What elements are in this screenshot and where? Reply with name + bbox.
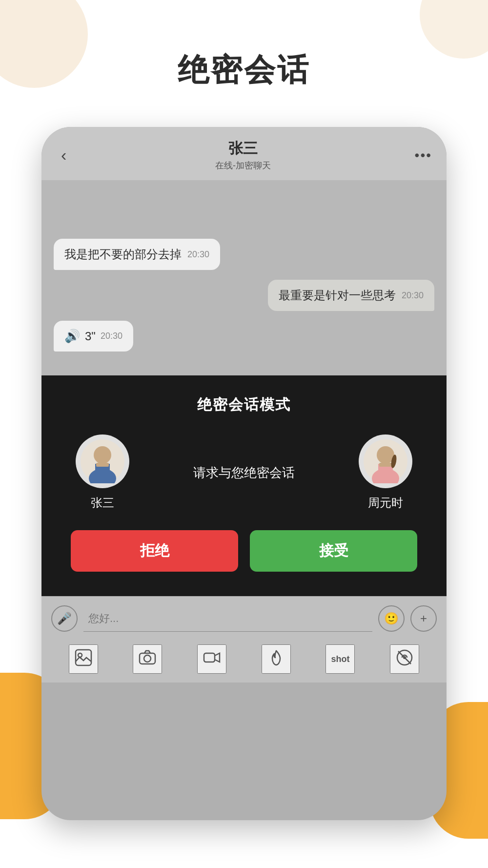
emoji-icon: 🙂: [384, 612, 399, 625]
svg-line-18: [398, 651, 411, 664]
message-2: 最重要是针对一些思考 20:30: [54, 280, 434, 311]
chat-header: ‹ 张三 在线-加密聊天 •••: [41, 127, 447, 180]
gallery-icon: [75, 649, 92, 670]
contact-status: 在线-加密聊天: [71, 160, 414, 171]
plus-icon: +: [420, 612, 427, 625]
message-3: 🔊 3" 20:30: [54, 321, 434, 351]
voice-duration: 3": [85, 330, 96, 343]
chat-spacer: [54, 190, 434, 229]
message-1: 我是把不要的部分去掉 20:30: [54, 239, 434, 270]
chat-input[interactable]: [83, 605, 372, 632]
receiver-avatar: [359, 434, 412, 488]
emoji-button[interactable]: 🙂: [378, 605, 405, 632]
svg-point-14: [144, 655, 151, 662]
svg-rect-4: [96, 463, 109, 467]
fire-icon: [267, 649, 285, 670]
shot-button[interactable]: shot: [325, 644, 355, 674]
back-button[interactable]: ‹: [56, 143, 71, 167]
svg-point-12: [78, 653, 82, 657]
chat-area: 我是把不要的部分去掉 20:30 最重要是针对一些思考 20:30 🔊 3" 2…: [41, 180, 447, 375]
sender-avatar: [76, 434, 129, 488]
microphone-icon: 🎤: [57, 612, 72, 625]
receiver-name: 周元时: [368, 495, 403, 511]
contact-name: 张三: [71, 139, 414, 159]
message-time: 20:30: [402, 290, 424, 301]
video-icon: [203, 649, 221, 670]
female-avatar-svg: [364, 439, 407, 483]
gallery-button[interactable]: [69, 644, 98, 674]
input-row: 🎤 🙂 +: [51, 605, 437, 632]
svg-rect-15: [204, 653, 215, 662]
male-avatar-svg: [81, 439, 124, 483]
receiver-section: 周元时: [359, 434, 412, 511]
input-area: 🎤 🙂 +: [41, 596, 447, 682]
mute-button[interactable]: [390, 644, 419, 674]
mute-icon: [396, 649, 413, 670]
sender-section: 张三: [76, 434, 129, 511]
video-button[interactable]: [197, 644, 226, 674]
phone-mockup: ‹ 张三 在线-加密聊天 ••• 我是把不要的部分去掉 20:30 最重要是针对…: [41, 127, 447, 820]
contact-info: 张三 在线-加密聊天: [71, 139, 414, 171]
secret-chat-modal: 绝密会话模式 张三 请求与您绝密会话: [41, 375, 447, 596]
page-title: 绝密会话: [0, 0, 488, 91]
modal-content: 张三 请求与您绝密会话 周元: [61, 434, 427, 511]
svg-rect-11: [76, 650, 91, 665]
accept-button[interactable]: 接受: [250, 530, 417, 572]
reject-button[interactable]: 拒绝: [71, 530, 238, 572]
message-text: 最重要是针对一些思考: [279, 288, 396, 303]
toolbar-row: shot: [51, 641, 437, 676]
add-button[interactable]: +: [410, 605, 437, 632]
camera-button[interactable]: [133, 644, 162, 674]
more-button[interactable]: •••: [415, 147, 432, 163]
svg-rect-9: [379, 463, 392, 467]
shot-icon: shot: [331, 654, 349, 664]
sender-name: 张三: [91, 495, 114, 511]
modal-title: 绝密会话模式: [61, 395, 427, 415]
request-text: 请求与您绝密会话: [129, 464, 359, 481]
camera-icon: [139, 649, 156, 670]
voice-button[interactable]: 🎤: [51, 605, 78, 632]
message-time: 20:30: [187, 249, 209, 260]
voice-bubble: 🔊 3" 20:30: [54, 321, 133, 351]
svg-point-1: [94, 446, 111, 464]
message-text: 我是把不要的部分去掉: [64, 247, 182, 262]
message-time: 20:30: [101, 331, 122, 341]
fire-button[interactable]: [262, 644, 291, 674]
voice-wave-icon: 🔊: [64, 329, 80, 344]
message-bubble-left: 我是把不要的部分去掉 20:30: [54, 239, 220, 270]
modal-buttons: 拒绝 接受: [61, 530, 427, 572]
message-bubble-right: 最重要是针对一些思考 20:30: [268, 280, 434, 311]
